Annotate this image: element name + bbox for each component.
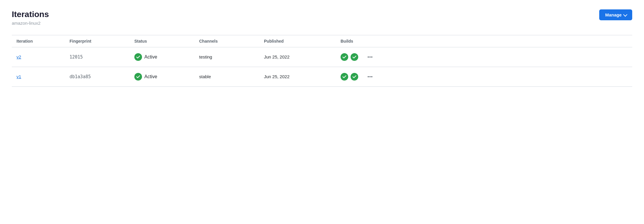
col-header-published: Published [264,39,341,44]
iteration-link-v1[interactable]: v1 [16,74,70,79]
dot-2 [369,56,371,58]
page-title: Iterations [12,9,49,19]
active-check-icon-v2 [134,53,142,61]
dot-1 [368,76,369,77]
build-check-2-v2 [351,53,358,61]
dot-1 [368,56,369,58]
col-header-channels: Channels [199,39,264,44]
build-check-1-v2 [341,53,348,61]
build-check-1-v1 [341,73,348,81]
row-more-menu-v1[interactable] [365,75,375,78]
iterations-table: Iteration Fingerprint Status Channels Pu… [12,35,632,87]
page-subtitle: amazon-linux2 [12,21,49,26]
col-header-iteration: Iteration [16,39,70,44]
col-header-builds: Builds [341,39,628,44]
dot-3 [371,56,372,58]
table-row: v2 12015 Active testing Jun 25, 2022 [12,47,632,67]
fingerprint-v1: db1a3a85 [70,74,134,79]
dot-3 [371,76,372,77]
status-v2: Active [134,53,199,61]
checkmark-svg [136,55,140,59]
dot-2 [369,76,371,77]
builds-v1 [341,73,628,81]
col-header-status: Status [134,39,199,44]
published-v2: Jun 25, 2022 [264,54,341,59]
channels-v1: stable [199,74,264,79]
status-v1: Active [134,73,199,81]
page-header: Iterations amazon-linux2 Manage [12,9,632,26]
header-left: Iterations amazon-linux2 [12,9,49,26]
build-check-2-v1 [351,73,358,81]
published-v1: Jun 25, 2022 [264,74,341,79]
builds-v2 [341,53,628,61]
col-header-fingerprint: Fingerprint [70,39,134,44]
fingerprint-v2: 12015 [70,54,134,60]
table-header: Iteration Fingerprint Status Channels Pu… [12,35,632,47]
table-row: v1 db1a3a85 Active stable Jun 25, 2022 [12,67,632,87]
row-more-menu-v2[interactable] [365,55,375,59]
active-check-icon-v1 [134,73,142,81]
chevron-down-icon [623,12,627,16]
channels-v2: testing [199,54,264,59]
iteration-link-v2[interactable]: v2 [16,54,70,59]
manage-button[interactable]: Manage [599,9,632,20]
